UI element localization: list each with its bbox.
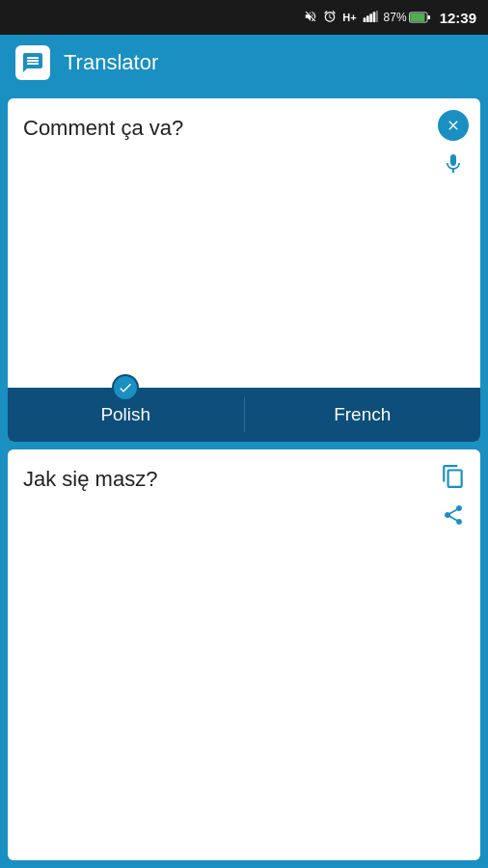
share-button[interactable] bbox=[438, 500, 469, 530]
output-area: Jak się masz? bbox=[8, 449, 480, 860]
svg-rect-0 bbox=[363, 17, 366, 22]
app-title: Translator bbox=[64, 50, 158, 75]
signal-icon bbox=[363, 10, 378, 26]
status-time: 12:39 bbox=[440, 10, 476, 26]
output-text: Jak się masz? bbox=[23, 465, 432, 495]
app-logo bbox=[15, 45, 50, 80]
mute-icon bbox=[304, 10, 317, 26]
status-bar: H+ 87% 12:39 bbox=[0, 0, 488, 35]
source-language-option[interactable]: Polish bbox=[8, 388, 244, 442]
battery-percent: 87% bbox=[384, 11, 407, 24]
svg-rect-2 bbox=[369, 14, 372, 22]
input-card: Comment ça va? bbox=[8, 98, 480, 442]
svg-rect-4 bbox=[376, 11, 378, 22]
status-icons: H+ 87% 12:39 bbox=[304, 10, 476, 26]
clear-button[interactable] bbox=[438, 110, 469, 141]
input-area: Comment ça va? bbox=[8, 98, 480, 388]
mic-button[interactable] bbox=[438, 149, 469, 179]
battery-icon: 87% bbox=[384, 11, 430, 24]
copy-button[interactable] bbox=[438, 461, 469, 492]
main-content: Comment ça va? bbox=[0, 91, 488, 868]
target-language-label: French bbox=[334, 404, 391, 425]
active-language-badge bbox=[112, 374, 139, 401]
svg-rect-7 bbox=[427, 15, 430, 19]
svg-rect-3 bbox=[372, 12, 375, 22]
alarm-icon bbox=[323, 10, 337, 26]
svg-rect-6 bbox=[410, 14, 424, 21]
source-language-label: Polish bbox=[100, 404, 150, 425]
svg-rect-1 bbox=[366, 15, 369, 22]
app-header: Translator bbox=[0, 35, 488, 91]
target-language-option[interactable]: French bbox=[245, 388, 481, 442]
network-icon: H+ bbox=[342, 12, 356, 23]
language-bar: Polish French bbox=[8, 388, 480, 442]
input-text: Comment ça va? bbox=[23, 114, 432, 144]
output-card: Jak się masz? bbox=[8, 449, 480, 860]
